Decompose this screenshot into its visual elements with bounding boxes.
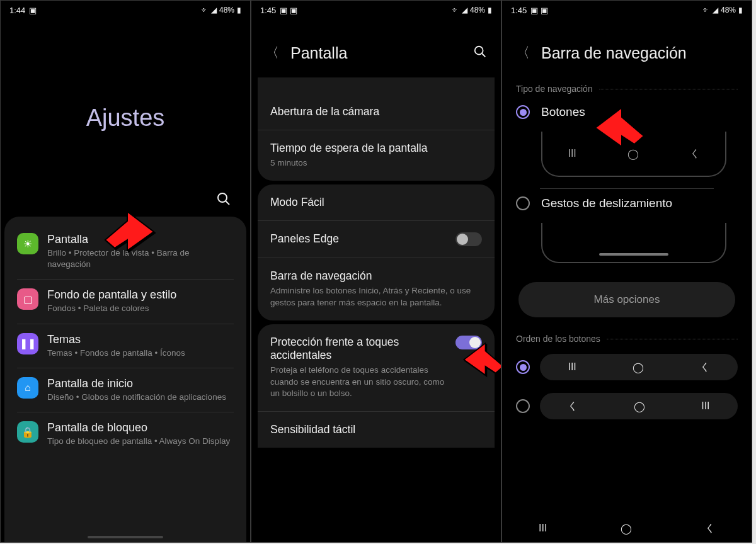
row-title: Abertura de la cámara: [270, 105, 482, 118]
status-bar: 1:44 ▣ ᯤ ◢ 48% ▮: [1, 1, 250, 20]
status-time: 1:45: [260, 6, 276, 15]
settings-card: Modo Fácil Paneles Edge Barra de navegac…: [258, 184, 495, 320]
setting-title: Fondo de pantalla y estilo: [47, 288, 176, 302]
row-title: Paneles Edge: [270, 232, 339, 246]
radio-gestos[interactable]: Gestos de deslizamiento: [502, 189, 752, 218]
notif-icon: ▣ ▣: [280, 6, 297, 15]
status-battery: 48%: [721, 6, 736, 14]
status-time: 1:45: [511, 6, 527, 15]
back-icon[interactable]: 〈: [265, 43, 279, 62]
setting-item-fondo[interactable]: ▢ Fondo de pantalla y estilo Fondos • Pa…: [17, 279, 234, 323]
setting-subtitle: Tipo de bloqueo de pantalla • Always On …: [47, 436, 230, 447]
wifi-icon: ᯤ: [201, 6, 209, 14]
row-abertura-camara[interactable]: Abertura de la cámara: [258, 94, 495, 130]
setting-item-inicio[interactable]: ⌂ Pantalla de inicio Diseño • Globos de …: [17, 368, 234, 412]
phone-screen-1: 1:44 ▣ ᯤ ◢ 48% ▮ Ajustes ☀ Pantalla Bril…: [0, 0, 251, 543]
annotation-arrow: [593, 101, 647, 149]
row-tiempo-espera[interactable]: Tiempo de espera de la pantalla 5 minuto…: [258, 130, 495, 181]
sys-recents-icon[interactable]: III: [539, 523, 547, 534]
themes-icon: ❚❚: [17, 333, 38, 354]
row-subtitle: Proteja el teléfono de toques accidental…: [270, 365, 448, 400]
lock-icon: 🔒: [17, 421, 38, 443]
row-paneles-edge[interactable]: Paneles Edge: [258, 220, 495, 258]
signal-icon: ◢: [713, 6, 718, 14]
radio-icon: [516, 105, 530, 119]
setting-subtitle: Temas • Fondos de pantalla • Íconos: [47, 348, 185, 359]
status-bar: 1:45 ▣ ▣ ᯤ ◢ 48% ▮: [502, 1, 752, 20]
back-icon[interactable]: 〈: [516, 43, 530, 62]
signal-icon: ◢: [462, 6, 467, 14]
wifi-icon: ᯤ: [702, 6, 710, 14]
setting-title: Pantalla de inicio: [47, 377, 226, 390]
row-title: Barra de navegación: [270, 269, 482, 283]
row-modo-facil[interactable]: Modo Fácil: [258, 184, 495, 220]
home-icon: ◯: [634, 400, 645, 412]
nav-preview-gestures: [541, 223, 726, 263]
row-proteccion-toques[interactable]: Protección frente a toques accidentales …: [258, 324, 495, 412]
battery-icon: ▮: [488, 6, 492, 14]
status-bar: 1:45 ▣ ▣ ᯤ ◢ 48% ▮: [251, 1, 501, 20]
home-indicator[interactable]: [88, 536, 163, 538]
radio-icon: [516, 399, 530, 413]
more-options-button[interactable]: Más opciones: [518, 282, 735, 317]
row-title: Sensibilidad táctil: [270, 423, 482, 436]
status-time: 1:44: [9, 6, 25, 15]
battery-icon: ▮: [237, 6, 241, 14]
search-icon[interactable]: [473, 45, 487, 62]
setting-title: Pantalla de bloqueo: [47, 421, 230, 434]
signal-icon: ◢: [211, 6, 217, 14]
radio-icon: [516, 196, 530, 210]
row-title: Tiempo de espera de la pantalla: [270, 142, 482, 155]
button-order-option-1[interactable]: III ◯ く: [502, 348, 752, 387]
battery-icon: ▮: [738, 6, 743, 14]
row-title: Modo Fácil: [270, 196, 482, 209]
home-icon: ◯: [627, 148, 639, 160]
header: 〈 Barra de navegación: [502, 20, 752, 74]
row-barra-navegacion[interactable]: Barra de navegación Administre los boton…: [258, 258, 495, 320]
back-icon: く: [700, 361, 710, 374]
settings-card: Abertura de la cámara Tiempo de espera d…: [258, 77, 495, 181]
display-icon: ☀: [17, 233, 38, 254]
button-order-option-2[interactable]: く ◯ III: [502, 387, 752, 426]
setting-subtitle: Diseño • Globos de notificación de aplic…: [47, 392, 226, 403]
section-tipo-navegacion: Tipo de navegación: [502, 74, 752, 98]
toggle-paneles-edge[interactable]: [455, 232, 482, 246]
radio-label: Gestos de deslizamiento: [541, 196, 672, 210]
settings-card: Protección frente a toques accidentales …: [258, 324, 495, 448]
svg-point-2: [475, 46, 483, 54]
svg-point-0: [218, 193, 227, 202]
row-sensibilidad-tactil[interactable]: Sensibilidad táctil: [258, 411, 495, 448]
row-subtitle: 5 minutos: [270, 157, 482, 169]
recents-icon: III: [568, 148, 576, 159]
home-icon: ⌂: [17, 377, 38, 399]
radio-icon: [516, 360, 530, 374]
setting-title: Temas: [47, 333, 185, 346]
radio-label: Botones: [541, 105, 585, 119]
header: 〈 Pantalla: [251, 20, 501, 74]
system-nav-bar: III ◯ く: [502, 514, 752, 542]
annotation-arrow: [102, 205, 156, 253]
page-title: Ajustes: [1, 105, 250, 132]
back-icon: く: [690, 147, 700, 161]
gesture-bar-icon: [599, 253, 668, 256]
status-battery: 48%: [219, 6, 234, 14]
notif-icon: ▣ ▣: [530, 6, 548, 15]
search-icon[interactable]: [216, 191, 231, 209]
annotation-arrow: [462, 336, 501, 379]
section-orden-botones: Orden de los botones: [502, 324, 752, 348]
row-title: Protección frente a toques accidentales: [270, 336, 448, 362]
sys-home-icon[interactable]: ◯: [621, 523, 632, 535]
setting-item-temas[interactable]: ❚❚ Temas Temas • Fondos de pantalla • Íc…: [17, 324, 234, 368]
sys-back-icon[interactable]: く: [705, 522, 715, 535]
header-title: Barra de navegación: [541, 44, 738, 62]
setting-item-bloqueo[interactable]: 🔒 Pantalla de bloqueo Tipo de bloqueo de…: [17, 412, 234, 456]
order-preview: III ◯ く: [540, 354, 738, 380]
status-battery: 48%: [470, 6, 485, 14]
back-icon: く: [568, 400, 578, 413]
setting-subtitle: Fondos • Paleta de colores: [47, 303, 176, 314]
settings-list: ☀ Pantalla Brillo • Protector de la vist…: [4, 217, 246, 543]
home-icon: ◯: [633, 361, 644, 373]
row-subtitle: Administre los botones Inicio, Atrás y R…: [270, 285, 482, 309]
phone-screen-3: 1:45 ▣ ▣ ᯤ ◢ 48% ▮ 〈 Barra de navegación…: [501, 0, 752, 543]
svg-line-1: [226, 201, 229, 205]
